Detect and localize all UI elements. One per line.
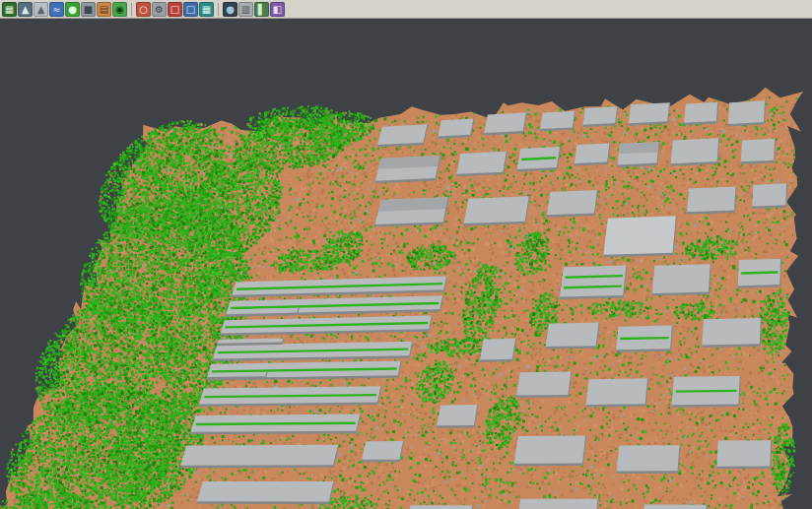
- toolbar-separator: [218, 3, 219, 16]
- building-icon[interactable]: ■: [81, 2, 96, 17]
- grid-icon[interactable]: ▦: [199, 2, 214, 17]
- point-cloud-icon[interactable]: ▦: [2, 2, 17, 17]
- select-region-icon[interactable]: □: [183, 2, 198, 17]
- settings-icon[interactable]: ⚙: [152, 2, 167, 17]
- application-window: ▦▲▲≈●■▤◉○⚙□□▦●▥▌◧: [0, 0, 812, 509]
- layers-icon[interactable]: ▥: [238, 2, 253, 17]
- viewport-3d-canvas[interactable]: [0, 0, 812, 509]
- palette-icon[interactable]: ◧: [270, 2, 285, 17]
- classify-icon[interactable]: ◉: [112, 2, 127, 17]
- unclassified-icon[interactable]: ○: [136, 2, 151, 17]
- globe-icon[interactable]: ●: [223, 2, 237, 17]
- ground-icon[interactable]: ▤: [97, 2, 111, 17]
- histogram-icon[interactable]: ▌: [254, 2, 269, 17]
- toolbar-separator: [131, 3, 132, 16]
- water-icon[interactable]: ≈: [49, 2, 64, 17]
- terrain-icon[interactable]: ▲: [34, 2, 48, 17]
- toolbar: ▦▲▲≈●■▤◉○⚙□□▦●▥▌◧: [0, 0, 812, 19]
- clip-box-icon[interactable]: □: [168, 2, 182, 17]
- vegetation-icon[interactable]: ●: [65, 2, 80, 17]
- mesh-icon[interactable]: ▲: [18, 2, 33, 17]
